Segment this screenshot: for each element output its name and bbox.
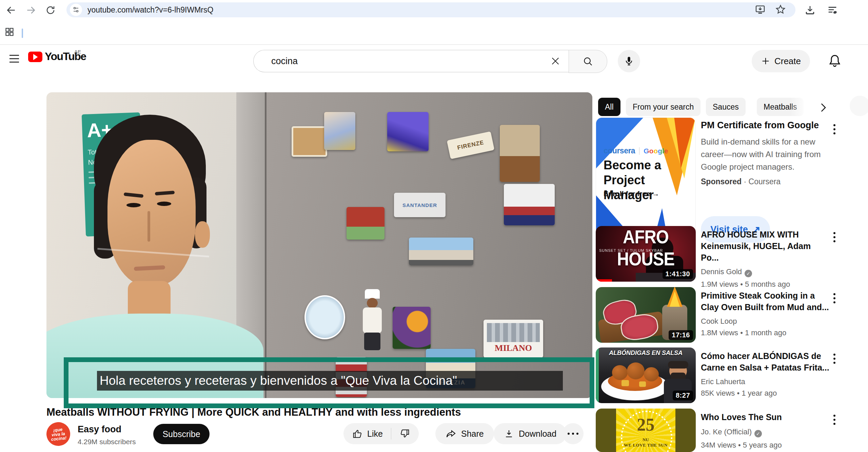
ad-cta[interactable]: Enroll for free → xyxy=(604,190,659,198)
suggested-channel[interactable]: Jo. Ke (Official)✓ xyxy=(701,428,830,437)
chip-sauces[interactable]: Sauces xyxy=(706,98,746,116)
duration-badge: 17:16 xyxy=(669,330,693,340)
notifications-button[interactable] xyxy=(827,54,842,69)
channel-name[interactable]: Easy food xyxy=(78,424,121,435)
thumb1-art-sub: SUNSET SET / TULUM SKYBAR xyxy=(599,248,663,252)
download-button[interactable]: Download xyxy=(494,423,567,444)
more-actions-button[interactable] xyxy=(563,423,584,444)
suggested-title[interactable]: Primitive Steak Cooking in a Clay Oven B… xyxy=(701,290,830,313)
apps-grid-icon xyxy=(5,27,14,37)
search-input[interactable]: cocina xyxy=(253,50,569,72)
video-menu-button[interactable] xyxy=(831,291,837,305)
potato-cube xyxy=(639,381,646,387)
voice-search-button[interactable] xyxy=(618,50,640,72)
mic-icon xyxy=(624,56,634,66)
ad-brands: coursera Google xyxy=(604,146,668,155)
bookmark-star-button[interactable] xyxy=(775,4,786,15)
suggested-channel[interactable]: Eric Lahuerta xyxy=(701,377,830,386)
suggested-meta: 1.9M views • 5 months ago xyxy=(701,280,830,289)
chip-all[interactable]: All xyxy=(598,98,620,116)
forward-button[interactable] xyxy=(25,4,37,16)
thumb1-art-title: AFRO HOUSE xyxy=(596,226,696,269)
subtitle-bar: Hola receteros y receteras y bienvenidos… xyxy=(97,371,563,391)
subscribe-button[interactable]: Subscribe xyxy=(153,424,210,444)
magnet-ship xyxy=(504,184,555,225)
suggested-channel[interactable]: Cook Loop xyxy=(701,317,830,326)
ad-menu-button[interactable] xyxy=(831,122,837,136)
suggested-thumbnail-3[interactable]: ALBÓNDIGAS EN SALSA 8:27 xyxy=(596,347,696,403)
youtube-watch-page: youtube.com/watch?v=6-lh9IWMrsQ xyxy=(0,0,868,452)
video-menu-button[interactable] xyxy=(831,413,837,427)
chip-fade xyxy=(790,97,814,117)
install-app-button[interactable] xyxy=(755,4,766,15)
star-icon xyxy=(775,4,786,15)
create-button[interactable]: Create xyxy=(752,50,810,72)
magnet-firenze: FIRENZE xyxy=(447,131,495,159)
account-avatar[interactable] xyxy=(850,96,868,116)
chips-scroll-right-button[interactable] xyxy=(816,100,830,115)
channel-name-text: Jo. Ke (Official) xyxy=(701,428,752,436)
thumbs-down-icon xyxy=(400,429,410,439)
address-bar[interactable]: youtube.com/watch?v=6-lh9IWMrsQ xyxy=(66,2,795,17)
dislike-button[interactable] xyxy=(391,429,419,439)
suggested-channel[interactable]: Dennis Gold✓ xyxy=(701,267,830,277)
reading-list-button[interactable] xyxy=(827,4,838,16)
play-icon xyxy=(33,54,38,60)
like-button[interactable]: Like xyxy=(343,429,383,439)
ad-thumbnail[interactable]: coursera Google Become a Project Manager… xyxy=(596,117,696,244)
video-player[interactable]: FIRENZE SANTANDER MILANO VENEZIA xyxy=(46,92,592,398)
suggested-meta: 1.8M views • 1 month ago xyxy=(701,328,830,337)
site-info-button[interactable] xyxy=(70,4,82,16)
subscriber-count: 4.29M subscribers xyxy=(78,438,136,446)
ad-cta-label: Enroll for free xyxy=(604,190,650,197)
guide-menu-button[interactable] xyxy=(7,52,22,65)
share-button[interactable]: Share xyxy=(435,423,494,444)
thumb4-art-sub1: NU xyxy=(616,437,675,442)
youtube-logo[interactable] xyxy=(28,52,42,62)
clear-search-button[interactable] xyxy=(542,56,569,66)
suggested-thumbnail-1[interactable]: AFRO HOUSE SUNSET SET / TULUM SKYBAR 1:4… xyxy=(596,226,696,282)
tune-icon xyxy=(73,6,79,13)
suggested-video-4-info[interactable]: Who Loves The Sun Jo. Ke (Official)✓ 34M… xyxy=(701,411,830,450)
share-label: Share xyxy=(461,429,484,439)
bookmark-favicon[interactable] xyxy=(22,29,23,38)
suggested-video-1-info[interactable]: AFRO HOUSE MIX WITH Keinemusik, HUGEL, A… xyxy=(701,229,830,289)
chip-from-your-search-label: From your search xyxy=(633,102,694,112)
meatball xyxy=(627,362,645,379)
close-icon xyxy=(551,56,560,66)
man-face xyxy=(107,140,196,286)
magnet-building xyxy=(347,207,384,240)
downloads-button[interactable] xyxy=(804,4,816,16)
suggested-thumbnail-2[interactable]: 17:16 xyxy=(596,287,696,343)
url-text[interactable]: youtube.com/watch?v=6-lh9IWMrsQ xyxy=(87,5,213,15)
search-button[interactable] xyxy=(569,50,607,73)
forward-icon xyxy=(25,5,36,16)
back-button[interactable] xyxy=(5,4,17,16)
ad-text[interactable]: PM Certificate from Google Build in-dema… xyxy=(701,120,830,186)
magnet-luarca xyxy=(304,295,345,339)
apps-grid-button[interactable] xyxy=(5,27,14,37)
share-icon xyxy=(446,428,456,439)
suggested-title[interactable]: AFRO HOUSE MIX WITH Keinemusik, HUGEL, A… xyxy=(701,229,830,263)
suggested-thumbnail-4[interactable]: 25 NU WE LOVE THE SUN xyxy=(596,409,696,452)
video-menu-button[interactable] xyxy=(831,352,837,366)
fridge-door: FIRENZE SANTANDER MILANO VENEZIA xyxy=(265,92,592,398)
search-value[interactable]: cocina xyxy=(271,56,542,67)
ad-title[interactable]: PM Certificate from Google xyxy=(701,120,830,131)
magnet-santander: SANTANDER xyxy=(394,193,446,217)
suggested-video-2-info[interactable]: Primitive Steak Cooking in a Clay Oven B… xyxy=(701,290,830,337)
video-menu-button[interactable] xyxy=(831,230,837,244)
chip-from-your-search[interactable]: From your search xyxy=(626,98,701,116)
back-icon xyxy=(6,5,17,16)
duration-badge: 1:41:30 xyxy=(663,269,693,279)
magnet-milano: MILANO xyxy=(484,320,543,358)
suggested-title[interactable]: Cómo hacer ALBÓNDIGAS de Carne en Salsa … xyxy=(701,350,830,373)
channel-avatar[interactable]: ¡que viva la cocina! xyxy=(45,421,72,447)
suggested-video-3-info[interactable]: Cómo hacer ALBÓNDIGAS de Carne en Salsa … xyxy=(701,350,830,398)
suggested-title[interactable]: Who Loves The Sun xyxy=(701,411,830,423)
reload-button[interactable] xyxy=(45,4,56,16)
subscribe-label: Subscribe xyxy=(162,429,200,439)
ad-desc-line1: Build in-demand skills for a new xyxy=(701,137,815,146)
sponsored-badge: Sponsored xyxy=(701,177,742,186)
man-hair xyxy=(668,361,688,369)
